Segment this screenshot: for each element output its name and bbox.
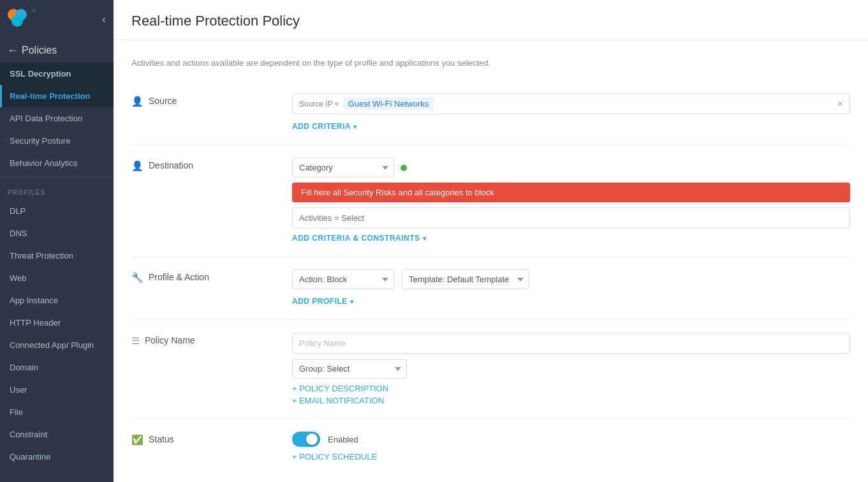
template-select[interactable]: Template: Default Template (402, 269, 529, 289)
main-content: Real-time Protection Policy Activities a… (114, 0, 868, 482)
group-select-row: Group: Select (292, 359, 850, 379)
add-criteria-constraints-button[interactable]: ADD CRITERIA & CONSTRAINTS ▾ (292, 234, 426, 243)
status-row: Enabled (292, 432, 850, 447)
profiles-section-label: PROFILES (0, 180, 114, 200)
page-title: Real-time Protection Policy (131, 13, 850, 29)
sidebar-item-domain[interactable]: Domain (0, 356, 114, 379)
source-content: Source IP = Guest Wi-Fi Networks × ADD C… (292, 93, 850, 132)
policy-name-content: Group: Select + POLICY DESCRIPTION + EMA… (292, 333, 850, 405)
source-ip-tag: Guest Wi-Fi Networks (343, 98, 434, 110)
profile-action-label: 🔧 Profile & Action (131, 269, 272, 306)
activities-input[interactable] (292, 207, 850, 229)
dot-green-indicator (401, 165, 407, 171)
source-label: 👤 Source (131, 93, 272, 132)
sidebar: ○ ‹ ← Policies SSL Decryption Real-time … (0, 0, 114, 482)
remove-tag-button[interactable]: × (837, 98, 843, 110)
collapse-sidebar-button[interactable]: ‹ (102, 13, 106, 26)
enabled-label: Enabled (328, 435, 358, 444)
sidebar-item-constraint[interactable]: Constraint (0, 423, 114, 446)
status-icon: ✅ (131, 434, 143, 446)
policy-name-icon: ☰ (131, 335, 140, 347)
enabled-toggle[interactable] (292, 432, 320, 447)
page-header: Real-time Protection Policy (114, 0, 868, 40)
sidebar-item-ssl-decryption[interactable]: SSL Decryption (0, 63, 114, 85)
form-body: Activities and actions available are dep… (114, 40, 868, 482)
sidebar-item-file[interactable]: File (0, 401, 114, 423)
sidebar-item-behavior-analytics[interactable]: Behavior Analytics (0, 152, 114, 174)
policy-name-input[interactable] (292, 333, 850, 354)
status-section: ✅ Status Enabled + POLICY SCHEDULE (131, 419, 850, 474)
sidebar-item-real-time-protection[interactable]: Real-time Protection (0, 85, 114, 107)
add-criteria-button[interactable]: ADD CRITERIA ▾ (292, 122, 357, 131)
group-select[interactable]: Group: Select (292, 359, 407, 379)
sidebar-item-dns[interactable]: DNS (0, 222, 114, 245)
logo-superscript: ○ (31, 6, 36, 14)
sidebar-item-dlp[interactable]: DLP (0, 200, 114, 222)
add-criteria-constraints-caret-icon: ▾ (423, 235, 427, 242)
policy-description-link[interactable]: + POLICY DESCRIPTION (292, 384, 850, 393)
sidebar-header: ○ ‹ (0, 0, 114, 38)
source-ip-row[interactable]: Source IP = Guest Wi-Fi Networks × (292, 93, 850, 114)
source-ip-label: Source IP = (299, 100, 339, 109)
profile-selects-row: Action: Block Template: Default Template (292, 269, 850, 289)
sidebar-item-threat-protection[interactable]: Threat Protection (0, 245, 114, 267)
sidebar-item-user[interactable]: User (0, 379, 114, 401)
add-criteria-caret-icon: ▾ (353, 123, 357, 130)
source-icon: 👤 (131, 96, 143, 107)
sidebar-item-quarantine[interactable]: Quarantine (0, 446, 114, 468)
status-label: ✅ Status (131, 432, 272, 462)
sidebar-item-security-posture[interactable]: Security Posture (0, 130, 114, 152)
sidebar-divider (0, 177, 114, 177)
sidebar-item-api-data-protection[interactable]: API Data Protection (0, 107, 114, 130)
sidebar-item-web[interactable]: Web (0, 267, 114, 289)
source-section: 👤 Source Source IP = Guest Wi-Fi Network… (131, 80, 850, 145)
logo-area: ○ (8, 9, 36, 29)
back-nav[interactable]: ← Policies (0, 38, 114, 63)
sidebar-item-app-instance[interactable]: App Instance (0, 289, 114, 312)
policy-name-section: ☰ Policy Name Group: Select + POLICY DES… (131, 320, 850, 419)
page-subtitle: Activities and actions available are dep… (131, 58, 850, 68)
destination-label: 👤 Destination (131, 158, 272, 243)
policy-schedule-link[interactable]: + POLICY SCHEDULE (292, 452, 850, 462)
warning-text: Fill here all Security Risks and all cat… (301, 188, 494, 197)
action-select[interactable]: Action: Block (292, 269, 394, 289)
policy-name-label: ☰ Policy Name (131, 333, 272, 405)
status-content: Enabled + POLICY SCHEDULE (292, 432, 850, 462)
sidebar-item-connected-app-plugin[interactable]: Connected App/ Plugin (0, 334, 114, 356)
back-nav-label: Policies (22, 45, 57, 56)
logo-circle-teal (11, 15, 23, 27)
profile-action-content: Action: Block Template: Default Template… (292, 269, 850, 306)
add-profile-caret-icon: ▾ (350, 298, 354, 305)
profile-action-icon: 🔧 (131, 272, 143, 283)
sidebar-item-http-header[interactable]: HTTP Header (0, 312, 114, 334)
profile-action-section: 🔧 Profile & Action Action: Block Templat… (131, 257, 850, 320)
destination-section: 👤 Destination Category Fill here all Sec… (131, 145, 850, 257)
destination-icon: 👤 (131, 160, 143, 172)
destination-content: Category Fill here all Security Risks an… (292, 158, 850, 243)
category-select[interactable]: Category (292, 158, 394, 177)
back-arrow-icon: ← (8, 45, 18, 56)
category-select-row: Category (292, 158, 850, 177)
email-notification-link[interactable]: + EMAIL NOTIFICATION (292, 396, 850, 405)
add-profile-button[interactable]: ADD PROFILE ▾ (292, 297, 353, 306)
warning-banner: Fill here all Security Risks and all cat… (292, 183, 850, 202)
logo-circles: ○ (8, 9, 36, 29)
